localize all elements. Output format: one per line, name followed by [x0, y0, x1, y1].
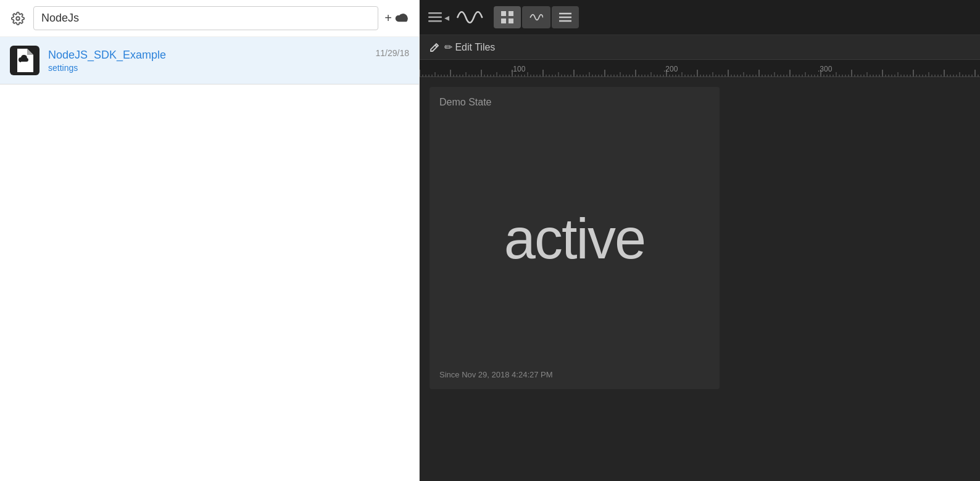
gear-button[interactable] — [9, 9, 27, 28]
plus-icon: + — [384, 11, 392, 25]
grid-view-button[interactable] — [494, 6, 521, 28]
device-list: NodeJS_SDK_Example settings 11/29/18 — [0, 37, 419, 481]
edit-tiles-button[interactable]: ✏ Edit Tiles — [430, 41, 495, 53]
ruler-mark-200: .200 — [663, 65, 678, 73]
chevron-left-icon: ◂ — [444, 12, 449, 23]
device-info: NodeJS_SDK_Example settings — [48, 49, 367, 73]
left-panel: + NodeJS_SDK_Example settings — [0, 0, 420, 481]
right-toolbar: ◂ — [420, 0, 980, 35]
top-bar: + — [0, 0, 419, 37]
edit-tiles-bar: ✏ Edit Tiles — [420, 35, 980, 60]
svg-rect-4 — [501, 11, 506, 16]
list-view-button[interactable] — [552, 6, 579, 28]
ruler-mark-100: .100 — [511, 65, 525, 73]
right-panel: ◂ — [420, 0, 980, 481]
view-buttons — [494, 6, 579, 28]
wave-view-button[interactable] — [522, 6, 550, 28]
add-cloud-button[interactable]: + — [384, 11, 410, 25]
device-icon — [10, 46, 39, 75]
svg-rect-7 — [509, 18, 513, 23]
tile-card: Demo State active Since Nov 29, 2018 4:2… — [430, 87, 720, 389]
svg-point-0 — [16, 17, 20, 21]
ruler-mark-300: .300 — [818, 65, 832, 73]
squiggle-button[interactable] — [457, 6, 484, 28]
svg-rect-2 — [428, 17, 442, 18]
tile-title: Demo State — [439, 97, 710, 108]
svg-rect-6 — [501, 18, 506, 23]
svg-rect-3 — [428, 20, 442, 22]
main-content: Demo State active Since Nov 29, 2018 4:2… — [420, 77, 980, 481]
svg-rect-1 — [428, 12, 442, 14]
ruler: // tick marks will be done inline below … — [420, 60, 980, 77]
device-sub: settings — [48, 63, 367, 73]
tile-value: active — [439, 113, 710, 365]
tile-footer: Since Nov 29, 2018 4:24:27 PM — [439, 370, 710, 379]
device-name: NodeJS_SDK_Example — [48, 49, 367, 62]
device-date: 11/29/18 — [376, 48, 410, 58]
svg-rect-5 — [509, 11, 513, 16]
hamburger-button[interactable]: ◂ — [428, 12, 449, 23]
search-input[interactable] — [33, 6, 378, 30]
edit-tiles-label: ✏ Edit Tiles — [444, 41, 495, 53]
device-item[interactable]: NodeJS_SDK_Example settings 11/29/18 — [0, 37, 419, 84]
svg-line-11 — [435, 45, 437, 47]
